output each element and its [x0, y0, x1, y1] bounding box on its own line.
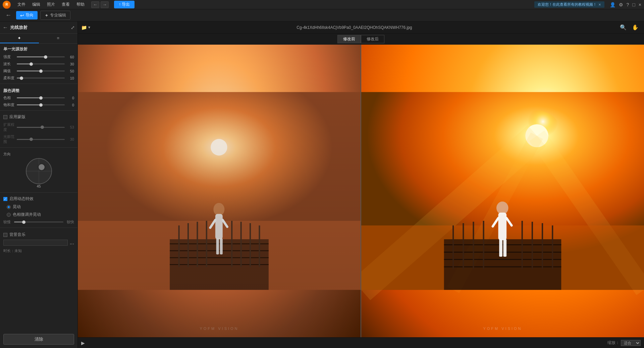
hue-track[interactable] [17, 97, 65, 98]
export-button[interactable]: ↑ 导出 [114, 1, 135, 8]
saturation-slider-row: 饱和度 0 [0, 101, 77, 108]
expand-thumb [41, 126, 44, 129]
menu-photo[interactable]: 照片 [46, 1, 56, 8]
bloat-track [17, 139, 65, 140]
music-checkbox[interactable] [3, 233, 7, 237]
clear-button[interactable]: 清除 [3, 334, 74, 345]
bloat-thumb [30, 138, 33, 141]
intensity-track[interactable] [17, 56, 65, 57]
panel-expand-button[interactable]: ⤢ [71, 25, 75, 30]
guided-mode-button[interactable]: ↩ 导向 [16, 11, 38, 19]
zoom-info: 缩放： 适合 25% 50% 75% 100% 200% [607, 340, 641, 346]
hue-thumb[interactable] [39, 96, 43, 100]
zoom-dropdown[interactable]: 适合 25% 50% 75% 100% 200% [621, 340, 641, 346]
bloat-value: 30 [66, 137, 74, 141]
menu-file[interactable]: 文件 [16, 1, 27, 8]
music-label: 背景音乐 [9, 232, 25, 238]
intensity-thumb[interactable] [44, 55, 47, 59]
threshold-thumb[interactable] [39, 69, 43, 73]
tab-effects[interactable]: ✦ [0, 34, 39, 43]
expert-icon: ✦ [45, 13, 49, 18]
notification-text: 欢迎您！在此查看所有的教程视频！ [538, 2, 597, 7]
svg-line-18 [210, 220, 215, 228]
dynamic-effects-checkbox[interactable]: ✓ [3, 197, 7, 201]
music-file-input[interactable] [3, 240, 68, 246]
undo-button[interactable]: ← [91, 1, 99, 8]
close-icon[interactable]: × [639, 2, 641, 7]
saturation-value: 0 [66, 103, 74, 107]
hand-button[interactable]: ✋ [630, 23, 641, 31]
back-nav-button[interactable]: ← [3, 11, 13, 19]
image-toolbar: 📁 ▼ Cg-4k1XdHh6Ilsk4ACjVb9Pa0_0AAEl2QHOh… [78, 21, 644, 34]
maximize-icon[interactable]: □ [632, 2, 635, 7]
menu-view[interactable]: 查看 [60, 1, 71, 8]
svg-line-19 [223, 220, 227, 227]
shake-radio[interactable] [7, 205, 11, 209]
before-image: YOFM VISION [78, 45, 361, 337]
help-icon[interactable]: ? [627, 2, 629, 7]
menu-edit[interactable]: 编辑 [31, 1, 42, 8]
before-image-svg [78, 45, 361, 337]
speed-thumb[interactable] [22, 220, 25, 224]
speed-track[interactable] [14, 221, 63, 222]
search-button[interactable]: 🔍 [618, 23, 629, 31]
hue-shake-radio[interactable] [7, 213, 11, 217]
after-tab[interactable]: 修改后 [361, 35, 384, 43]
speed-fast-label: 较快 [67, 219, 74, 225]
single-source-title: 单一光源放射 [0, 44, 77, 53]
wavelength-track[interactable] [17, 63, 65, 64]
after-image-panel: YOFM VISION [361, 45, 644, 337]
zoom-label: 缩放： [607, 340, 620, 346]
dynamic-effects-label: 启用动态特效 [9, 196, 34, 202]
intensity-value: 60 [66, 55, 74, 59]
wheel-cross-v [39, 159, 39, 184]
divider-2 [0, 110, 77, 111]
tab-list[interactable]: ≡ [39, 34, 78, 43]
expand-slider-row: 扩展程度 53 [0, 121, 77, 133]
menu-help[interactable]: 帮助 [75, 1, 86, 8]
softness-track[interactable] [17, 78, 65, 79]
softness-slider-row: 柔和度 10 [0, 74, 77, 82]
expert-mode-button[interactable]: ✦ 专业编辑 [40, 11, 70, 20]
saturation-thumb[interactable] [39, 103, 43, 107]
app-logo: R [3, 1, 11, 9]
folder-button[interactable]: 📁 ▼ [81, 25, 91, 30]
svg-rect-20 [216, 238, 219, 254]
softness-thumb[interactable] [20, 77, 23, 80]
svg-rect-2 [78, 221, 361, 290]
svg-rect-29 [444, 239, 561, 290]
svg-rect-17 [215, 214, 223, 239]
music-section: 背景音乐 ... [0, 230, 77, 248]
bloat-fill [17, 139, 31, 140]
images-container: YOFM VISION [78, 45, 644, 337]
direction-wheel[interactable] [26, 158, 52, 184]
before-tab[interactable]: 修改前 [337, 35, 361, 43]
hue-fill [17, 97, 41, 98]
expand-fill [17, 127, 42, 128]
wavelength-thumb[interactable] [30, 62, 33, 66]
threshold-fill [17, 70, 41, 71]
saturation-track[interactable] [17, 104, 65, 105]
notification-close[interactable]: × [599, 2, 601, 7]
wavelength-value: 30 [66, 62, 74, 66]
divider-4 [0, 192, 77, 193]
threshold-label: 阈值 [3, 68, 15, 73]
threshold-slider-row: 阈值 50 [0, 67, 77, 74]
view-controls: 🔍 ✋ [618, 23, 641, 31]
wavelength-label: 波长 [3, 61, 15, 66]
music-dots-button[interactable]: ... [70, 240, 74, 246]
hue-slider-row: 色相 0 [0, 94, 77, 101]
threshold-track[interactable] [17, 70, 65, 71]
settings-icon[interactable]: ⚙ [619, 2, 623, 7]
music-header-row: 背景音乐 [3, 232, 74, 238]
apply-mask-row: 应用蒙版 [0, 113, 77, 121]
speed-slow-label: 较慢 [3, 219, 11, 225]
second-bar: ← ↩ 导向 ✦ 专业编辑 [0, 9, 644, 21]
apply-mask-checkbox[interactable] [3, 115, 7, 119]
panel-title: 光线放射 [10, 24, 69, 31]
expand-value: 53 [66, 125, 74, 129]
play-button[interactable]: ▶ [81, 340, 85, 346]
account-icon[interactable]: 👤 [610, 2, 615, 7]
panel-back-button[interactable]: ← [3, 24, 8, 31]
redo-button[interactable]: → [101, 1, 109, 8]
